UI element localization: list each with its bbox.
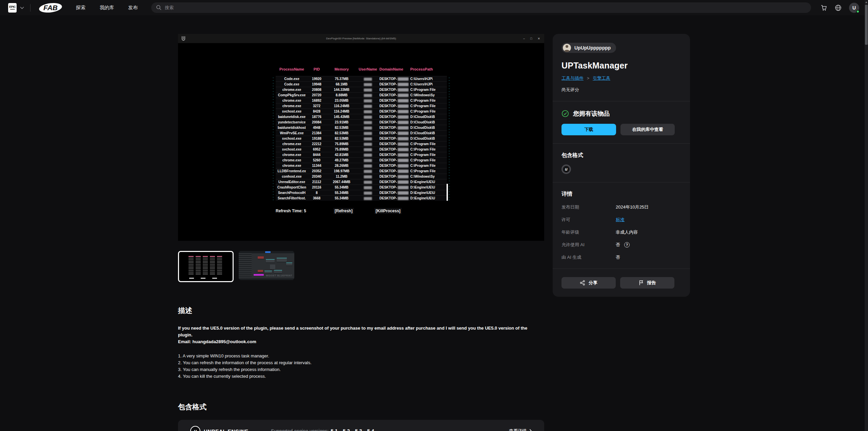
process-col-header: PID	[308, 67, 326, 71]
blueprint-watermark: WIDGET BLUEPRINT	[266, 274, 292, 277]
svg-text:FAB: FAB	[43, 4, 58, 12]
page-scrollbar[interactable]	[865, 0, 868, 431]
engine-format-bar[interactable]: u UNREAL ENGINE Supported engine version…	[178, 420, 544, 431]
process-row: svchost.exe8428116.24MBDESKTOP-C:\Progra…	[276, 109, 447, 114]
gallery-thumbnails: WIDGET BLUEPRINT	[178, 251, 544, 282]
view-in-library-button[interactable]: 在我的库中查看	[620, 124, 675, 135]
mini-compile-button-graphic	[265, 251, 271, 253]
bp-node	[258, 270, 263, 272]
included-formats-heading: 包含格式	[561, 152, 681, 159]
top-navbar: EPIC GAMES FAB 探索 我的库 发布 U	[0, 0, 865, 15]
bp-node	[264, 271, 272, 273]
scrollbar-up-arrow[interactable]	[865, 1, 867, 3]
preview-window-body: ProcessName PID Memory UserName DomainNa…	[178, 43, 544, 241]
search-input[interactable]	[151, 2, 811, 13]
process-col-header: DomainName	[378, 67, 410, 71]
see-details-link[interactable]: 查看详情	[509, 428, 532, 431]
cart-icon[interactable]	[821, 4, 827, 11]
process-col-header: Memory	[326, 67, 358, 71]
detail-value: 否	[616, 254, 620, 260]
no-rating-text: 尚无评分	[561, 87, 681, 93]
report-button[interactable]: 报告	[620, 277, 674, 289]
share-nodes-icon	[580, 280, 585, 286]
nav-item-library[interactable]: 我的库	[100, 5, 114, 11]
description-email-line: Email: huangdada2895@outlook.com	[178, 338, 537, 345]
process-row: CompPkgSrv.exe207208.88MBDESKTOP-C:\Wind…	[276, 92, 447, 98]
search-bar	[151, 2, 811, 13]
process-row: Code.exe1992075.37MBDESKTOP-C:\Users\HJP…	[276, 76, 447, 81]
publisher-pill[interactable]: UpUpUppppppp	[561, 43, 616, 53]
product-preview-image[interactable]: DevPlugin50 Preview [NetMode: Standalone…	[178, 34, 544, 241]
process-row: conhost.exe2034011.2MBDESKTOP-C:\Windows…	[276, 174, 447, 179]
detail-row-ai-allowed: 允许使用 AI 否 ?	[561, 242, 681, 248]
share-label: 分享	[589, 280, 597, 286]
description-section: 描述 If you need the UE5.0 version of the …	[178, 306, 544, 380]
scrollbar-thumb[interactable]	[865, 5, 868, 45]
process-row: svchost.exe1918882.53MBDESKTOP-D:\CloudD…	[276, 136, 447, 141]
bp-node	[266, 259, 275, 262]
owned-item-text: 您拥有该物品	[573, 110, 610, 118]
detail-value: 否	[616, 242, 620, 248]
process-table-rows: Code.exe1992075.37MBDESKTOP-C:\Users\HJP…	[276, 76, 447, 201]
share-button[interactable]: 分享	[561, 277, 616, 289]
process-col-header: UserName	[358, 67, 378, 71]
epic-logo-subtext: GAMES	[10, 8, 15, 10]
nav-item-explore[interactable]: 探索	[76, 5, 85, 11]
epic-games-logo[interactable]: EPIC GAMES	[8, 3, 17, 13]
process-col-header: ProcessPath	[410, 67, 443, 71]
nav-links: 探索 我的库 发布	[76, 5, 138, 11]
thumbnail-process-table[interactable]	[178, 251, 234, 282]
globe-icon[interactable]	[835, 4, 842, 11]
nav-item-publish[interactable]: 发布	[128, 5, 138, 11]
preview-window-title: DevPlugin50 Preview [NetMode: Standalone…	[178, 37, 544, 40]
preview-window-titlebar: DevPlugin50 Preview [NetMode: Standalone…	[178, 34, 544, 43]
fab-logo[interactable]: FAB	[38, 2, 63, 14]
process-row: WmiPrvSE.exe2138482.53MBDESKTOP-D:\Cloud…	[276, 130, 447, 136]
detail-label: 发布日期	[561, 204, 616, 210]
epic-logo-text: EPIC	[9, 5, 16, 8]
process-row: svchost.exe695275.89MBDESKTOP-C:\Program…	[276, 146, 447, 152]
formats-heading: 包含格式	[178, 402, 544, 412]
flag-icon	[639, 280, 644, 286]
unreal-format-icon[interactable]: u	[561, 164, 571, 174]
breadcrumb-tools-plugins[interactable]: 工具与插件	[561, 75, 584, 81]
description-list-line: 4. You can kill the currently selected p…	[178, 373, 544, 380]
bp-node	[277, 258, 287, 262]
unreal-glyph: u	[563, 166, 570, 173]
help-icon[interactable]: ?	[624, 242, 630, 248]
online-status-dot	[856, 10, 860, 13]
unreal-engine-icon: u	[190, 426, 200, 431]
detail-value: 2024年10月25日	[616, 204, 649, 210]
thumbnail-blueprint-editor[interactable]: WIDGET BLUEPRINT	[239, 251, 294, 280]
killprocess-button: [KillProcess]	[374, 208, 402, 214]
detail-value: 非成人内容	[616, 229, 638, 235]
details-heading: 详情	[561, 191, 681, 198]
detail-label: 年龄评级	[561, 229, 616, 235]
mini-footer-graphic	[189, 278, 223, 279]
bp-node	[258, 256, 264, 259]
navbar-icons: U	[821, 3, 859, 13]
navbar-divider	[30, 4, 31, 12]
bp-node	[286, 262, 292, 266]
process-row: chrome.exe20808144.33MBDESKTOP-C:\Progra…	[276, 87, 447, 92]
download-button[interactable]: 下载	[561, 124, 616, 135]
process-row: yundetectservice2008423.91MBDESKTOP-D:\C…	[276, 119, 447, 125]
process-row: chrome.exe526049.27MBDESKTOP-C:\Program …	[276, 157, 447, 163]
process-row: LLDBFrontend.ex20352198.97MBDESKTOP-C:\P…	[276, 168, 447, 174]
avatar-initial: U	[852, 5, 856, 11]
process-row: chrome.exe1134428.26MBDESKTOP-C:\Program…	[276, 163, 447, 168]
process-row: CrashReportClien2011655.34MBDESKTOP-D:\E…	[276, 184, 447, 190]
fab-product-page: EPIC GAMES FAB 探索 我的库 发布 U	[0, 0, 868, 431]
publisher-avatar	[563, 44, 571, 52]
description-list-line: 1. A very simple WIN10 process task mana…	[178, 353, 544, 359]
breadcrumb-engine-tools[interactable]: 引擎工具	[593, 75, 610, 81]
description-list-line: 2. You can refresh the information of th…	[178, 359, 544, 366]
maximize-icon: □	[530, 37, 532, 40]
user-avatar[interactable]: U	[849, 3, 859, 13]
process-table: ProcessName PID Memory UserName DomainNa…	[276, 67, 447, 201]
license-link[interactable]: 标准	[616, 217, 625, 223]
chevron-down-icon[interactable]	[20, 6, 24, 9]
mini-table-graphic	[189, 256, 223, 276]
details-section: 详情 发布日期 2024年10月25日 许可 标准 年龄评级 非成人内容 允许	[553, 182, 690, 269]
process-row: chrome.exe3272116.24MBDESKTOP-C:\Program…	[276, 103, 447, 109]
